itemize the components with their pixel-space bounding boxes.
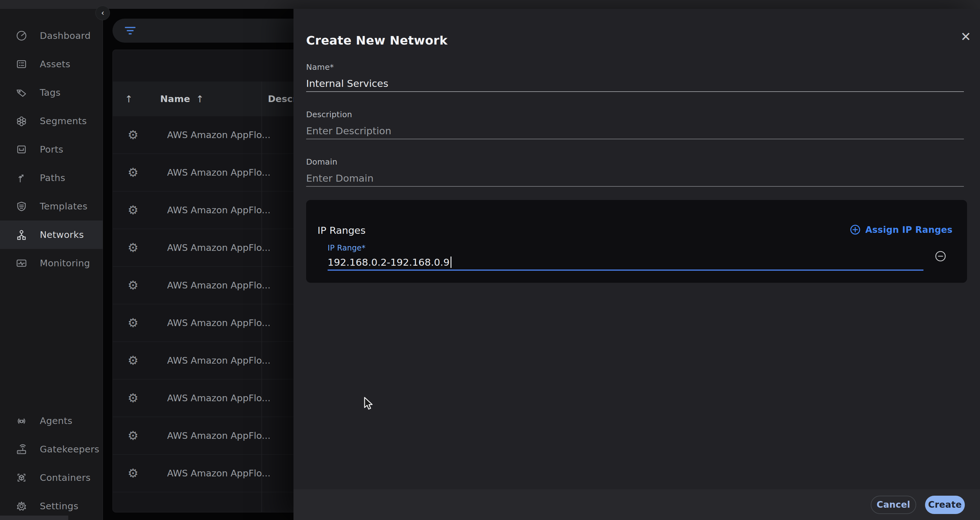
sidebar-item-label: Segments bbox=[40, 116, 87, 126]
modal-title: Create New Network bbox=[306, 33, 447, 48]
row-settings-gear-icon[interactable]: ⚙ bbox=[124, 128, 143, 142]
gatekeepers-icon bbox=[14, 442, 29, 456]
row-name: AWS Amazon AppFlo... bbox=[167, 167, 270, 178]
close-icon[interactable]: ✕ bbox=[956, 27, 975, 46]
sidebar-item-label: Paths bbox=[40, 172, 65, 183]
name-field: Name* Internal Services bbox=[306, 62, 964, 92]
sidebar-item[interactable]: Ports bbox=[0, 135, 103, 164]
settings-icon bbox=[14, 499, 29, 513]
sidebar-item-label: Ports bbox=[40, 144, 64, 155]
modal-footer: Cancel Create bbox=[293, 489, 980, 520]
assets-icon bbox=[14, 57, 29, 71]
domain-input[interactable]: Enter Domain bbox=[306, 170, 964, 187]
sidebar-item-label: Assets bbox=[40, 59, 70, 70]
top-bar bbox=[0, 0, 980, 9]
sidebar: Dashboard Assets Tags Segments Ports Pat… bbox=[0, 9, 103, 520]
sidebar-item-label: Agents bbox=[40, 415, 72, 426]
filter-bar[interactable] bbox=[113, 19, 315, 43]
segments-icon bbox=[14, 114, 29, 128]
description-placeholder: Enter Description bbox=[306, 125, 391, 137]
networks-icon bbox=[14, 228, 29, 242]
tags-icon bbox=[14, 86, 29, 100]
sidebar-item-label: Tags bbox=[40, 87, 60, 98]
row-name: AWS Amazon AppFlo... bbox=[167, 355, 270, 366]
sidebar-item[interactable]: Networks bbox=[0, 221, 103, 249]
ip-ranges-section: IP Ranges Assign IP Ranges IP Range* 192… bbox=[306, 200, 967, 283]
row-settings-gear-icon[interactable]: ⚙ bbox=[124, 278, 143, 292]
sort-icon[interactable]: ↑ bbox=[125, 94, 144, 105]
sort-asc-icon[interactable]: ↑ bbox=[196, 94, 204, 105]
sidebar-item[interactable]: Segments bbox=[0, 107, 103, 135]
monitoring-icon bbox=[14, 256, 29, 270]
column-header-name[interactable]: Name bbox=[160, 94, 190, 104]
sidebar-item-label: Networks bbox=[40, 229, 84, 240]
row-settings-gear-icon[interactable]: ⚙ bbox=[124, 466, 143, 480]
assign-ip-ranges-label: Assign IP Ranges bbox=[865, 224, 953, 235]
row-name: AWS Amazon AppFlo... bbox=[167, 393, 270, 404]
chevron-left-icon: ‹ bbox=[101, 8, 104, 17]
sidebar-item[interactable]: Paths bbox=[0, 164, 103, 192]
cancel-button[interactable]: Cancel bbox=[871, 496, 916, 514]
sidebar-collapse-button[interactable]: ‹ bbox=[95, 6, 110, 20]
sidebar-item[interactable]: Gatekeepers bbox=[0, 435, 103, 463]
description-field: Description Enter Description bbox=[306, 110, 964, 139]
row-name: AWS Amazon AppFlo... bbox=[167, 318, 270, 328]
text-caret bbox=[450, 256, 452, 268]
sidebar-item-partial[interactable] bbox=[0, 515, 68, 520]
dashboard-icon bbox=[14, 29, 29, 43]
domain-label: Domain bbox=[306, 157, 964, 167]
domain-placeholder: Enter Domain bbox=[306, 172, 374, 184]
row-settings-gear-icon[interactable]: ⚙ bbox=[124, 429, 143, 443]
name-label: Name* bbox=[306, 62, 964, 72]
row-name: AWS Amazon AppFlo... bbox=[167, 242, 270, 253]
row-name: AWS Amazon AppFlo... bbox=[167, 130, 270, 140]
ip-range-label: IP Range* bbox=[328, 243, 923, 253]
sidebar-item-label: Containers bbox=[40, 472, 91, 483]
row-name: AWS Amazon AppFlo... bbox=[167, 468, 270, 479]
sidebar-item[interactable]: Tags bbox=[0, 78, 103, 107]
filter-icon[interactable] bbox=[124, 24, 137, 37]
sidebar-item[interactable]: Templates bbox=[0, 192, 103, 221]
description-label: Description bbox=[306, 110, 964, 119]
containers-icon bbox=[14, 471, 29, 485]
sidebar-item[interactable]: Agents bbox=[0, 407, 103, 435]
ip-range-field: IP Range* 192.168.0.2-192.168.0.9 bbox=[328, 243, 923, 271]
mouse-cursor bbox=[363, 397, 374, 411]
sidebar-item-label: Templates bbox=[40, 201, 88, 211]
paths-icon bbox=[14, 171, 29, 185]
sidebar-item-label: Settings bbox=[40, 501, 78, 512]
create-button[interactable]: Create bbox=[925, 496, 965, 514]
row-settings-gear-icon[interactable]: ⚙ bbox=[124, 241, 143, 254]
sidebar-item-label: Gatekeepers bbox=[40, 444, 100, 455]
row-settings-gear-icon[interactable]: ⚙ bbox=[124, 353, 143, 367]
sidebar-item-label: Dashboard bbox=[40, 30, 91, 41]
name-input[interactable]: Internal Services bbox=[306, 75, 964, 92]
domain-field: Domain Enter Domain bbox=[306, 157, 964, 187]
create-network-modal: Create New Network ✕ Name* Internal Serv… bbox=[293, 9, 980, 520]
ip-range-input[interactable]: 192.168.0.2-192.168.0.9 bbox=[328, 255, 923, 271]
templates-icon bbox=[14, 199, 29, 213]
row-settings-gear-icon[interactable]: ⚙ bbox=[124, 165, 143, 180]
sidebar-item[interactable]: Assets bbox=[0, 50, 103, 78]
sidebar-item-label: Monitoring bbox=[40, 258, 90, 269]
ip-ranges-title: IP Ranges bbox=[318, 224, 366, 236]
row-settings-gear-icon[interactable]: ⚙ bbox=[124, 316, 143, 330]
row-name: AWS Amazon AppFlo... bbox=[167, 430, 270, 441]
name-value: Internal Services bbox=[306, 78, 388, 89]
sidebar-item[interactable]: Monitoring bbox=[0, 249, 103, 277]
description-input[interactable]: Enter Description bbox=[306, 123, 964, 139]
row-name: AWS Amazon AppFlo... bbox=[167, 280, 270, 291]
remove-ip-range-icon[interactable] bbox=[934, 250, 947, 262]
ports-icon bbox=[14, 143, 29, 156]
sidebar-item[interactable]: Containers bbox=[0, 463, 103, 492]
plus-circle-icon bbox=[850, 224, 861, 235]
row-settings-gear-icon[interactable]: ⚙ bbox=[124, 203, 143, 217]
agents-icon bbox=[14, 414, 29, 428]
ip-range-value: 192.168.0.2-192.168.0.9 bbox=[328, 256, 450, 268]
assign-ip-ranges-button[interactable]: Assign IP Ranges bbox=[850, 224, 953, 235]
sidebar-item[interactable]: Dashboard bbox=[0, 21, 103, 50]
row-name: AWS Amazon AppFlo... bbox=[167, 205, 270, 215]
row-settings-gear-icon[interactable]: ⚙ bbox=[124, 391, 143, 405]
